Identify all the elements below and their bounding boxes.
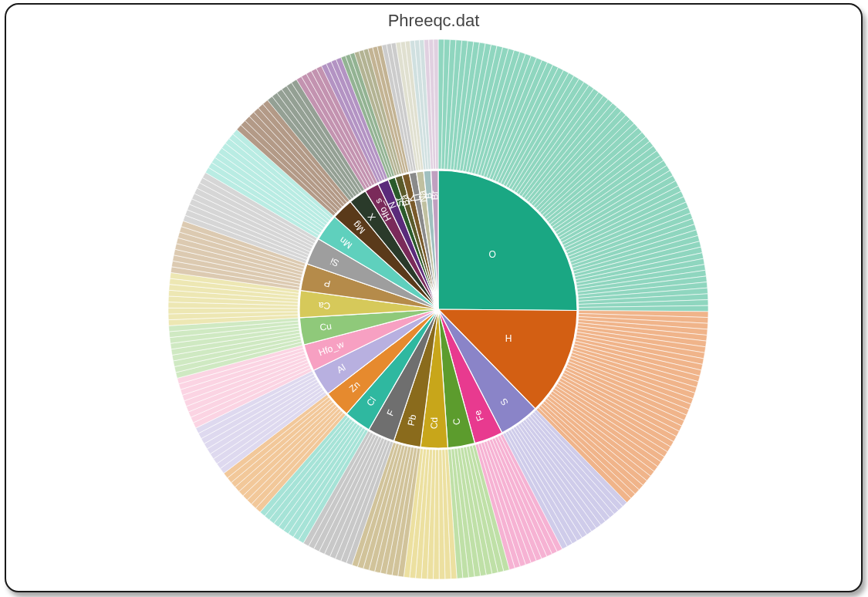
sunburst-chart: OHSFeCCdPbFClZnAlHfo_wCuCaPSiMnMgXHfo_sN…	[6, 5, 861, 591]
chart-card: Phreeqc.dat OHSFeCCdPbFClZnAlHfo_wCuCaPS…	[5, 3, 863, 592]
